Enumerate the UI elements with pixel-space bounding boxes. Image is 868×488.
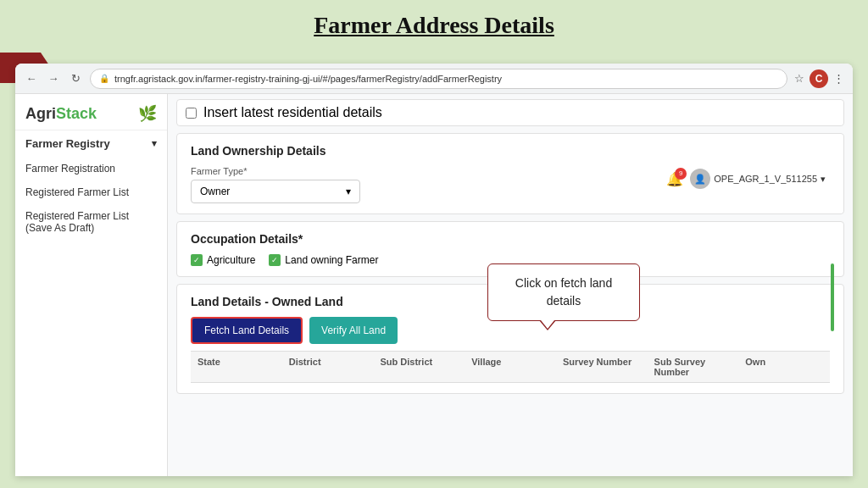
farmer-registry-label: Farmer Registry <box>25 137 110 150</box>
insert-residential-label: Insert latest residential details <box>203 105 382 120</box>
forward-button[interactable]: → <box>46 71 61 86</box>
logo-area: AgriStack 🌿 <box>15 94 167 130</box>
sidebar-item-registered-farmer-list[interactable]: Registered Farmer List <box>15 180 167 204</box>
fetch-land-details-button[interactable]: Fetch Land Details <box>191 317 303 344</box>
tooltip-text: Click on fetch land details <box>515 276 612 308</box>
select-chevron-icon: ▾ <box>346 186 351 197</box>
insert-residential-checkbox[interactable] <box>186 108 197 119</box>
land-owning-checkbox-item[interactable]: ✓ Land owning Farmer <box>269 254 378 266</box>
address-bar[interactable]: 🔒 trngfr.agristack.gov.in/farmer-registr… <box>90 69 787 89</box>
col-village: Village <box>465 357 556 377</box>
sidebar-item-farmer-registration[interactable]: Farmer Registration <box>15 157 167 180</box>
col-sub-district: Sub District <box>373 357 465 377</box>
reload-button[interactable]: ↻ <box>68 71 83 86</box>
land-owning-checkbox: ✓ <box>269 254 281 266</box>
menu-button[interactable]: ⋮ <box>833 72 844 85</box>
land-owning-label: Land owning Farmer <box>285 254 378 266</box>
lock-icon: 🔒 <box>99 74 109 83</box>
col-survey-number: Survey Number <box>556 357 648 377</box>
back-button[interactable]: ← <box>24 71 39 86</box>
farmer-registry-menu[interactable]: Farmer Registry ▾ <box>15 130 167 157</box>
col-state: State <box>191 357 282 377</box>
farmer-type-value: Owner <box>200 186 230 197</box>
tooltip-callout: Click on fetch land details <box>487 263 640 321</box>
insert-residential-section: Insert latest residential details <box>176 99 844 126</box>
occupation-title: Occupation Details* <box>191 232 830 246</box>
url-text: trngfr.agristack.gov.in/farmer-registry-… <box>114 74 502 84</box>
chevron-down-icon: ▾ <box>152 138 157 149</box>
land-details-section: Land Details - Owned Land Fetch Land Det… <box>176 284 844 394</box>
browser-actions: ☆ C ⋮ <box>794 69 844 88</box>
agriculture-label: Agriculture <box>207 254 255 266</box>
verify-all-land-button[interactable]: Verify All Land <box>309 317 398 344</box>
avatar: 👤 <box>690 169 710 189</box>
col-own: Own <box>738 357 830 377</box>
user-label: OPE_AGR_1_V_511255 <box>714 174 817 184</box>
tooltip-arrow-inner <box>541 320 554 329</box>
logo-stack: Stack <box>56 105 97 122</box>
logo: AgriStack <box>25 105 97 123</box>
logo-agri: Agri <box>25 105 56 122</box>
land-ownership-title: Land Ownership Details <box>191 144 830 158</box>
notification-bell[interactable]: 🔔 9 <box>666 171 683 187</box>
sidebar-item-registered-farmer-draft[interactable]: Registered Farmer List (Save As Draft) <box>15 204 167 240</box>
col-district: District <box>282 357 374 377</box>
user-row[interactable]: 👤 OPE_AGR_1_V_511255 ▾ <box>690 169 826 189</box>
browser-window: ← → ↻ 🔒 trngfr.agristack.gov.in/farmer-r… <box>15 64 853 476</box>
table-header: State District Sub District Village Surv… <box>191 351 830 383</box>
top-right-section: 🔔 9 👤 OPE_AGR_1_V_511255 ▾ <box>666 169 826 189</box>
farmer-type-select[interactable]: Owner ▾ <box>191 180 360 203</box>
main-content: 🔔 9 👤 OPE_AGR_1_V_511255 ▾ Insert latest… <box>168 94 853 476</box>
leaf-icon: 🌿 <box>138 104 157 123</box>
agriculture-checkbox-item[interactable]: ✓ Agriculture <box>191 254 255 266</box>
sidebar: AgriStack 🌿 Farmer Registry ▾ Farmer Reg… <box>15 94 168 476</box>
agriculture-checkbox: ✓ <box>191 254 203 266</box>
browser-toolbar: ← → ↻ 🔒 trngfr.agristack.gov.in/farmer-r… <box>15 64 853 94</box>
col-sub-survey-number: Sub Survey Number <box>648 357 739 377</box>
right-accent-bar <box>831 263 834 331</box>
slide: Farmer Address Details ← → ↻ 🔒 trngfr.ag… <box>0 0 868 488</box>
app-body: AgriStack 🌿 Farmer Registry ▾ Farmer Reg… <box>15 94 853 476</box>
user-circle: C <box>810 69 828 88</box>
page-title: Farmer Address Details <box>0 0 868 46</box>
bookmark-button[interactable]: ☆ <box>794 72 804 85</box>
user-chevron-icon: ▾ <box>821 174 826 185</box>
notification-badge: 9 <box>675 168 687 180</box>
